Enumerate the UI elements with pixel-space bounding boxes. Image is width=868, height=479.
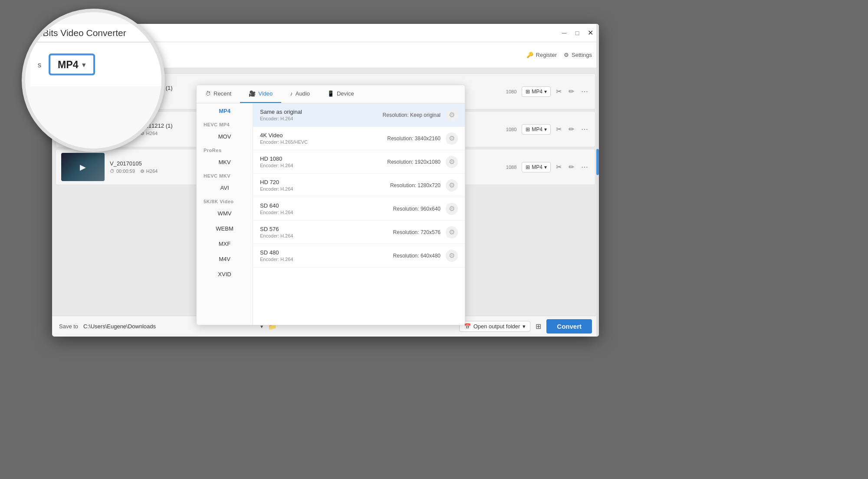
- format-item-wmv[interactable]: WMV: [197, 206, 253, 221]
- more-icon[interactable]: ⋯: [579, 161, 590, 173]
- preset-name: 4K Video: [260, 132, 387, 139]
- edit-icon[interactable]: ✏: [567, 161, 576, 173]
- dropdown-content: MP4 HEVC MP4 MOV ProRes MKV HEVC MKV AVI…: [197, 103, 465, 325]
- badge-chevron-icon: ▾: [544, 164, 547, 170]
- preset-info: SD 640 Encoder: H.264: [260, 202, 393, 215]
- cut-icon[interactable]: ✂: [554, 123, 563, 135]
- settings-button[interactable]: ⚙ Settings: [564, 52, 592, 58]
- magnifier-title: nBits Video Converter: [30, 24, 165, 43]
- preset-name: HD 720: [260, 179, 390, 185]
- preset-resolution: Resolution: 1280x720: [390, 182, 441, 188]
- magnifier-content: nBits Video Converter s MP4 ▾: [30, 24, 165, 86]
- format-item-xvid[interactable]: XVID: [197, 267, 253, 282]
- edit-icon[interactable]: ✏: [567, 86, 576, 97]
- tab-video[interactable]: 🎥 Video: [240, 85, 281, 103]
- format-item-mp4[interactable]: MP4: [197, 103, 253, 119]
- scrollbar[interactable]: [596, 24, 599, 337]
- more-icon[interactable]: ⋯: [579, 86, 590, 97]
- minimize-button[interactable]: ─: [561, 30, 568, 36]
- maximize-button[interactable]: □: [574, 30, 581, 36]
- preset-info: HD 1080 Encoder: H.264: [260, 155, 387, 168]
- format-item-m4v[interactable]: M4V: [197, 251, 253, 267]
- clock-icon: ⏱: [110, 168, 115, 174]
- format-item-mov[interactable]: MOV: [197, 129, 253, 144]
- preset-item-same-as-original[interactable]: Same as original Encoder: H.264 Resoluti…: [253, 103, 465, 127]
- preset-settings-icon[interactable]: ⚙: [446, 226, 458, 238]
- register-button[interactable]: 🔑 Register: [526, 52, 557, 58]
- edit-icon[interactable]: ✏: [567, 123, 576, 135]
- preset-resolution: Resolution: 1920x1080: [387, 159, 441, 165]
- preset-settings-icon[interactable]: ⚙: [446, 132, 458, 145]
- format-item-5k8k[interactable]: 5K/8K Video: [197, 195, 253, 206]
- preset-item-sd-480[interactable]: SD 480 Encoder: H.264 Resolution: 640x48…: [253, 244, 465, 268]
- toolbar-right: 🔑 Register ⚙ Settings: [526, 52, 592, 58]
- preset-item-sd-576[interactable]: SD 576 Encoder: H.264 Resolution: 720x57…: [253, 221, 465, 244]
- format-item-hevc-mp4[interactable]: HEVC MP4: [197, 119, 253, 129]
- preset-resolution: Resolution: Keep original: [383, 112, 441, 118]
- preset-encoder: Encoder: H.264: [260, 186, 390, 192]
- badge-chevron-icon: ▾: [544, 89, 547, 95]
- preset-item-sd-640[interactable]: SD 640 Encoder: H.264 Resolution: 960x64…: [253, 197, 465, 221]
- video-actions: ⊞ MP4 ▾ ✂ ✏ ⋯: [522, 123, 590, 135]
- format-item-hevc-mkv[interactable]: HEVC MKV: [197, 170, 253, 180]
- tab-audio[interactable]: ♪ Audio: [281, 85, 319, 103]
- preset-settings-icon[interactable]: ⚙: [446, 250, 458, 262]
- output-chevron-icon: ▾: [523, 323, 526, 330]
- video-format-badge[interactable]: ⊞ MP4 ▾: [522, 124, 551, 135]
- format-list: MP4 HEVC MP4 MOV ProRes MKV HEVC MKV AVI…: [197, 103, 253, 325]
- grid-small-icon: ⊞: [526, 126, 530, 132]
- preset-encoder: Encoder: H.264: [260, 163, 387, 168]
- video-thumbnail: ▶: [61, 153, 105, 181]
- preset-item-4k-video[interactable]: 4K Video Encoder: H.265/HEVC Resolution:…: [253, 127, 465, 150]
- preset-resolution: Resolution: 3840x2160: [387, 135, 441, 142]
- video-format-badge[interactable]: ⊞ MP4 ▾: [522, 162, 551, 172]
- play-icon: ▶: [80, 162, 86, 172]
- magnifier-format-label: MP4: [58, 59, 79, 70]
- register-label: Register: [536, 52, 557, 58]
- close-button[interactable]: ✕: [587, 30, 594, 36]
- magnifier-small-text: s: [38, 60, 41, 69]
- video-format-badge[interactable]: ⊞ MP4 ▾: [522, 86, 551, 97]
- key-icon: 🔑: [526, 52, 533, 58]
- preset-settings-icon[interactable]: ⚙: [446, 179, 458, 192]
- cut-icon[interactable]: ✂: [554, 161, 563, 173]
- magnifier-format-area: s MP4 ▾: [30, 43, 165, 86]
- format-item-mxf[interactable]: MXF: [197, 236, 253, 251]
- preset-info: SD 576 Encoder: H.264: [260, 226, 393, 238]
- preset-item-hd-1080[interactable]: HD 1080 Encoder: H.264 Resolution: 1920x…: [253, 150, 465, 174]
- format-item-webm[interactable]: WEBM: [197, 221, 253, 236]
- preset-encoder: Encoder: H.264: [260, 116, 383, 121]
- format-dropdown: ⏱ Recent 🎥 Video ♪ Audio 📱 Device MP4 HE…: [196, 85, 465, 325]
- format-item-avi[interactable]: AVI: [197, 180, 253, 195]
- more-icon[interactable]: ⋯: [579, 123, 590, 135]
- preset-settings-icon[interactable]: ⚙: [446, 203, 458, 215]
- format-item-prores[interactable]: ProRes: [197, 144, 253, 155]
- tab-recent[interactable]: ⏱ Recent: [197, 85, 240, 103]
- preset-info: Same as original Encoder: H.264: [260, 109, 383, 121]
- convert-button[interactable]: Convert: [546, 319, 592, 334]
- preset-item-hd-720[interactable]: HD 720 Encoder: H.264 Resolution: 1280x7…: [253, 174, 465, 197]
- preset-info: 4K Video Encoder: H.265/HEVC: [260, 132, 387, 145]
- output-folder-button[interactable]: 📅 Open output folder ▾: [459, 321, 531, 332]
- video-resolution: 1080: [506, 89, 516, 94]
- preset-list: Same as original Encoder: H.264 Resoluti…: [253, 103, 465, 325]
- audio-icon: ♪: [290, 90, 293, 97]
- preset-settings-icon[interactable]: ⚙: [446, 109, 458, 121]
- video-actions: ⊞ MP4 ▾ ✂ ✏ ⋯: [522, 86, 590, 97]
- output-folder-label: Open output folder: [473, 323, 520, 330]
- tab-device[interactable]: 📱 Device: [319, 85, 363, 103]
- video-resolution: 1080: [506, 127, 516, 132]
- gear-icon: ⚙: [564, 52, 569, 58]
- preset-settings-icon[interactable]: ⚙: [446, 156, 458, 168]
- video-codec: ⚙ H264: [140, 168, 158, 174]
- cut-icon[interactable]: ✂: [554, 86, 563, 97]
- tab-recent-label: Recent: [214, 90, 231, 97]
- preset-name: Same as original: [260, 109, 383, 115]
- grid-small-icon: ⊞: [526, 164, 530, 170]
- preset-encoder: Encoder: H.265/HEVC: [260, 139, 387, 145]
- grid-view-icon[interactable]: ⊞: [536, 322, 541, 330]
- magnifier-format-selector[interactable]: MP4 ▾: [49, 53, 95, 75]
- tab-device-label: Device: [337, 90, 354, 97]
- format-item-mkv[interactable]: MKV: [197, 155, 253, 170]
- preset-info: SD 480 Encoder: H.264: [260, 249, 393, 262]
